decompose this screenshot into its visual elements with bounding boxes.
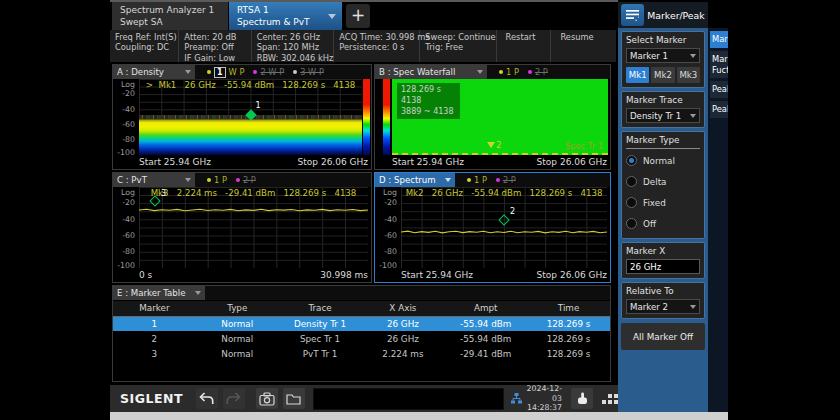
touch-mode-button[interactable] <box>571 388 593 409</box>
waterfall-frame-range: 3889 ~ 4138 <box>401 107 454 118</box>
tab-rtsa-1[interactable]: RTSA 1 Spectrum & PvT <box>229 2 342 30</box>
trace-1-mode: 1 P <box>506 67 519 77</box>
window-pvt[interactable]: C : PvT 1 P 2 P Log -20 -40 -60 -80 -100… <box>112 172 372 283</box>
side-menu-peak-search[interactable]: Peak Search <box>710 81 728 98</box>
x-start-label: Start 25.94 GHz <box>139 157 211 167</box>
radio-label: Off <box>643 219 656 229</box>
relative-to-dropdown[interactable]: Marker 2 <box>626 299 700 314</box>
chevron-down-icon <box>690 114 696 118</box>
window-d-selector[interactable]: D : Spectrum <box>375 173 455 187</box>
resume-button[interactable]: Resume <box>551 30 616 62</box>
window-a-x-axis: Start 25.94 GHz Stop 26.06 GHz <box>139 155 368 169</box>
y-label: Log <box>121 79 135 88</box>
marker-2-waterfall[interactable]: 2 <box>487 140 501 150</box>
trace-1-indicator[interactable]: 1 P <box>207 175 227 185</box>
x-stop-label: Stop 26.06 GHz <box>537 157 607 167</box>
window-e-selector[interactable]: E : Marker Table <box>113 286 205 300</box>
relative-to-group: Relative To Marker 2 <box>621 282 705 319</box>
tab-spectrum-analyzer-1[interactable]: Spectrum Analyzer 1 Swept SA <box>112 2 228 30</box>
marker-type-delta[interactable]: Delta <box>626 171 700 192</box>
window-d-titlebar: D : Spectrum 1 P 2 P <box>375 173 610 187</box>
chevron-down-icon <box>690 54 696 58</box>
window-density[interactable]: A : Density 1W P 2 W P 3 W P Log -20 -40… <box>112 64 372 170</box>
redo-button[interactable] <box>223 388 245 409</box>
trace-2-indicator[interactable]: 2 W P <box>253 67 284 77</box>
marker-trace-label: Marker Trace <box>626 95 700 105</box>
settings-frequency[interactable]: Center: 26 GHz Span: 120 MHz RBW: 302.04… <box>252 30 335 62</box>
select-marker-dropdown[interactable]: Marker 1 <box>626 48 700 63</box>
marker-x-input[interactable]: 26 GHz <box>626 259 700 274</box>
side-menu-marker-function[interactable]: Marker Fuction <box>710 51 728 79</box>
trace-1-indicator[interactable]: 1W P <box>207 67 244 78</box>
window-a-selector[interactable]: A : Density <box>113 65 195 79</box>
waterfall-trace-label: Spec Tr 1 <box>565 141 603 151</box>
all-marker-off-button[interactable]: All Marker Off <box>621 323 705 350</box>
y-label: -80 <box>122 135 135 144</box>
instrument-screen: Spectrum Analyzer 1 Swept SA RTSA 1 Spec… <box>110 0 728 420</box>
add-tab-button[interactable]: + <box>346 4 370 28</box>
trace-1-dot-icon <box>499 70 503 74</box>
table-row[interactable]: 2 Normal Spec Tr 1 26 GHz -55.94 dBm 128… <box>113 332 610 346</box>
marker-2-diamond[interactable] <box>498 214 509 225</box>
settings-acquisition[interactable]: ACQ Time: 30.998 ms Persistence: 0 s <box>334 30 420 62</box>
y-label: -60 <box>122 119 135 128</box>
cell-time: 128.269 s <box>527 347 610 361</box>
window-c-title: C : PvT <box>117 175 147 185</box>
window-c-trace-indicators: 1 P 2 P <box>207 175 256 185</box>
restart-button[interactable]: Restart <box>497 30 552 62</box>
undo-button[interactable] <box>196 388 218 409</box>
table-row[interactable]: 1 Normal Density Tr 1 26 GHz -55.94 dBm … <box>113 317 610 331</box>
app-grid-icon[interactable] <box>602 394 618 404</box>
lan-status-icon[interactable] <box>511 389 522 408</box>
trace-2-mode: 2 W P <box>260 67 284 77</box>
trace-1-indicator[interactable]: 1 P <box>467 175 487 185</box>
window-b-selector[interactable]: B : Spec Waterfall <box>375 65 487 79</box>
settings-frequency-ref[interactable]: Freq Ref: Int(S) Coupling: DC <box>110 30 179 62</box>
restart-label: Restart <box>506 32 551 42</box>
tab2-line2: Spectrum & PvT <box>237 17 342 29</box>
table-row[interactable]: 3 Normal PvT Tr 1 2.224 ms -29.41 dBm 12… <box>113 347 610 361</box>
persistence-value: Persistence: 0 s <box>339 42 419 52</box>
window-c-selector[interactable]: C : PvT <box>113 173 195 187</box>
trace-2-indicator[interactable]: 2 P <box>496 175 516 185</box>
radio-label: Normal <box>643 156 675 166</box>
trace-2-mode: 2 P <box>243 175 256 185</box>
undo-icon <box>199 392 214 405</box>
marker-type-normal[interactable]: Normal <box>626 150 700 171</box>
window-marker-table[interactable]: E : Marker Table Marker Type Trace X Axi… <box>112 285 611 382</box>
acq-time-value: ACQ Time: 30.998 ms <box>339 32 419 42</box>
y-label: Log <box>121 187 135 196</box>
settings-sweep[interactable]: Sweep: Continue Trig: Free <box>420 30 496 62</box>
chevron-down-icon <box>477 70 483 74</box>
datetime-display[interactable]: 2024-12-03 14:28:37 <box>526 384 562 413</box>
window-waterfall[interactable]: B : Spec Waterfall 1 P 2 P 128.269 s 413… <box>374 64 611 170</box>
menu-button[interactable] <box>621 4 644 26</box>
trace-2-dot-icon <box>253 70 257 74</box>
trace-2-indicator[interactable]: 2 P <box>236 175 256 185</box>
marker-trace-dropdown[interactable]: Density Tr 1 <box>626 108 700 123</box>
trace-2-indicator[interactable]: 2 P <box>528 67 548 77</box>
marker-3-readout: Mk3 2.224 ms -29.41 dBm 128.269 s 4138 <box>139 188 368 198</box>
mk1-button[interactable]: Mk1 <box>626 67 649 83</box>
window-b-title: B : Spec Waterfall <box>379 67 455 77</box>
side-menu-marker[interactable]: Marker <box>710 31 728 48</box>
hamburger-menu-icon <box>626 9 639 21</box>
trace-3-indicator[interactable]: 3 W P <box>293 67 324 77</box>
chevron-down-icon[interactable] <box>328 14 336 19</box>
file-button[interactable] <box>283 388 305 409</box>
side-menu-peak-config[interactable]: Peak Config <box>710 101 728 118</box>
screenshot-button[interactable] <box>256 388 278 409</box>
settings-attenuation[interactable]: Atten: 20 dB Preamp: Off IF Gain: Low <box>179 30 251 62</box>
resume-label: Resume <box>560 32 616 42</box>
cell-type: Normal <box>196 317 279 331</box>
trace-1-indicator[interactable]: 1 P <box>499 67 519 77</box>
cell-trace: Spec Tr 1 <box>279 332 362 346</box>
mk2-button[interactable]: Mk2 <box>651 67 674 83</box>
y-label: -40 <box>384 214 397 223</box>
marker-type-fixed[interactable]: Fixed <box>626 192 700 213</box>
radio-icon <box>626 176 637 187</box>
window-spectrum[interactable]: D : Spectrum 1 P 2 P Log -20 -40 -60 -80… <box>374 172 611 283</box>
marker-type-off[interactable]: Off <box>626 213 700 234</box>
pvt-plot-area: Mk3 2.224 ms -29.41 dBm 128.269 s 4138 3 <box>139 187 368 268</box>
mk3-button[interactable]: Mk3 <box>677 67 700 83</box>
